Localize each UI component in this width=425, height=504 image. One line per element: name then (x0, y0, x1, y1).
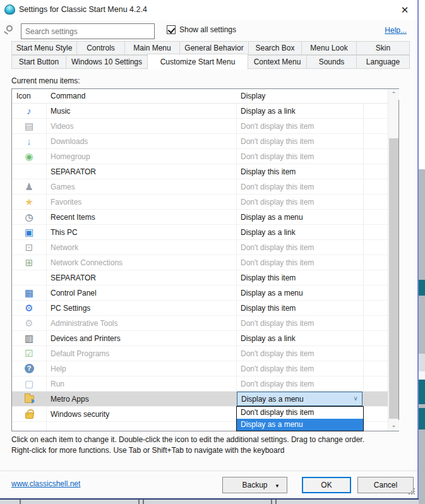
table-row-homegroup[interactable]: ◉HomegroupDon't display this item (12, 149, 388, 164)
icon-cell[interactable]: ♟ (12, 179, 46, 195)
table-row-recent-items[interactable]: ◷Recent ItemsDisplay as a menu (12, 210, 388, 225)
display-cell[interactable]: Don't display this item (236, 243, 388, 252)
tab-strip: Start Menu StyleControlsMain MenuGeneral… (11, 41, 414, 69)
icon-cell[interactable]: ▥ (12, 331, 46, 346)
icon-cell[interactable]: ▤ (12, 119, 46, 134)
display-cell[interactable]: Display as a menu (236, 213, 388, 222)
display-cell[interactable]: Display this item (236, 167, 388, 176)
icon-cell[interactable] (12, 270, 46, 285)
table-row-help[interactable]: ?HelpDon't display this item (12, 361, 388, 376)
icon-cell[interactable]: ⊡ (12, 240, 46, 255)
list-scrollbar[interactable]: ⌃ ⌄ (388, 89, 398, 431)
close-icon[interactable]: ✕ (398, 3, 412, 17)
display-cell[interactable]: Don't display this item (236, 258, 388, 267)
table-row-control-panel[interactable]: ▦Control PanelDisplay as a menu (12, 285, 388, 301)
icon-cell[interactable] (12, 407, 46, 422)
tab-menu-look[interactable]: Menu Look (301, 41, 357, 55)
chevron-down-icon[interactable]: ˅ (354, 395, 362, 402)
table-row-metro-apps[interactable]: Metro AppsDisplay as a menu˅ (12, 392, 388, 407)
display-cell[interactable]: Don't display this item (236, 364, 388, 373)
show-all-settings-label: Show all settings (179, 25, 236, 34)
display-cell[interactable]: Don't display this item (236, 198, 388, 207)
table-row-this-pc[interactable]: ▣This PCDisplay as a link (12, 225, 388, 240)
command-cell: Favorites (46, 198, 236, 207)
icon-cell[interactable]: ★ (12, 195, 46, 210)
table-row-devices-and-printers[interactable]: ▥Devices and PrintersDisplay as a link (12, 331, 388, 346)
display-cell[interactable]: Don't display this item (236, 137, 388, 146)
tab-language[interactable]: Language (356, 55, 410, 69)
table-row-music[interactable]: ♪MusicDisplay as a link (12, 104, 388, 119)
display-cell[interactable]: Don't display this item (236, 349, 388, 358)
display-cell[interactable]: Display as a link (236, 107, 388, 116)
icon-cell[interactable]: ⊞ (12, 255, 46, 270)
tab-customize-start-menu[interactable]: Customize Start Menu (147, 54, 248, 69)
backup-dropdown-arrow-icon[interactable]: ▼ (275, 483, 280, 489)
display-cell[interactable]: Display as a menu (236, 289, 388, 297)
display-combobox[interactable]: Display as a menu˅ (237, 392, 362, 406)
tab-context-menu[interactable]: Context Menu (248, 55, 307, 69)
dropdown-option-don-t-display-this-item[interactable]: Don't display this item (237, 407, 363, 419)
icon-cell[interactable]: ⚙ (12, 301, 46, 316)
tab-windows-10-settings[interactable]: Windows 10 Settings (66, 55, 148, 69)
checkbox-checked-icon[interactable] (167, 25, 176, 34)
icon-cell[interactable]: ▣ (12, 225, 46, 240)
tab-search-box[interactable]: Search Box (248, 41, 302, 55)
ok-button[interactable]: OK (302, 477, 351, 493)
classicshell-website-link[interactable]: www.classicshell.net (11, 479, 80, 488)
help-link[interactable]: Help... (385, 26, 407, 35)
command-cell: Music (46, 107, 236, 116)
icon-cell[interactable]: ↓ (12, 134, 46, 149)
dropdown-option-display-as-a-menu[interactable]: Display as a menu (237, 419, 363, 431)
table-row-run[interactable]: ▢RunDon't display this item (12, 376, 388, 392)
tab-sounds[interactable]: Sounds (306, 55, 357, 69)
tab-general-behavior[interactable]: General Behavior (179, 41, 249, 55)
table-row-pc-settings[interactable]: ⚙PC SettingsDisplay this item (12, 301, 388, 316)
icon-cell[interactable] (12, 392, 46, 407)
icon-cell[interactable]: ▦ (12, 285, 46, 301)
table-row-games[interactable]: ♟GamesDon't display this item (12, 179, 388, 195)
display-cell[interactable]: Don't display this item (236, 380, 388, 388)
display-cell[interactable]: Don't display this item (236, 152, 388, 161)
display-cell[interactable]: Display as a link (236, 228, 388, 237)
icon-cell[interactable]: ♪ (12, 104, 46, 119)
display-cell[interactable]: Don't display this item (236, 122, 388, 131)
table-row-separator[interactable]: SEPARATORDisplay this item (12, 164, 388, 179)
display-cell[interactable]: Display as a link (236, 334, 388, 343)
icon-cell[interactable]: ☑ (12, 346, 46, 361)
scrollbar-thumb[interactable] (389, 138, 398, 419)
tab-start-button[interactable]: Start Button (11, 55, 66, 69)
command-cell: Default Programs (46, 349, 236, 358)
icon-cell[interactable]: ▢ (12, 376, 46, 392)
icon-cell[interactable]: ◉ (12, 149, 46, 164)
display-cell[interactable]: Display this item (236, 273, 388, 282)
display-cell[interactable]: Don't display this item (236, 183, 388, 191)
icon-cell[interactable]: ? (12, 361, 46, 376)
tab-controls[interactable]: Controls (76, 41, 125, 55)
cancel-button[interactable]: Cancel (357, 477, 414, 493)
table-row-downloads[interactable]: ↓DownloadsDon't display this item (12, 134, 388, 149)
display-cell[interactable]: Display this item (236, 304, 388, 313)
scroll-up-icon[interactable]: ⌃ (388, 89, 399, 100)
table-row-favorites[interactable]: ★FavoritesDon't display this item (12, 195, 388, 210)
devices-printers-icon: ▥ (25, 333, 33, 343)
search-input[interactable] (21, 23, 155, 39)
icon-cell[interactable] (12, 164, 46, 179)
show-all-settings-checkbox[interactable]: Show all settings (167, 25, 236, 34)
command-cell: Videos (46, 122, 236, 131)
table-row-videos[interactable]: ▤VideosDon't display this item (12, 119, 388, 134)
tab-skin[interactable]: Skin (356, 41, 410, 55)
icon-cell[interactable]: ◷ (12, 210, 46, 225)
table-row-network[interactable]: ⊡NetworkDon't display this item (12, 240, 388, 255)
tab-main-menu[interactable]: Main Menu (124, 41, 180, 55)
scroll-down-icon[interactable]: ⌄ (388, 420, 399, 431)
icon-cell[interactable]: ⚙ (12, 316, 46, 331)
table-row-default-programs[interactable]: ☑Default ProgramsDon't display this item (12, 346, 388, 361)
display-cell[interactable]: Don't display this item (236, 319, 388, 328)
table-row-network-connections[interactable]: ⊞Network ConnectionsDon't display this i… (12, 255, 388, 270)
table-row-administrative-tools[interactable]: ⚙Administrative ToolsDon't display this … (12, 316, 388, 331)
table-row-separator[interactable]: SEPARATORDisplay this item (12, 270, 388, 285)
tab-row-2: Start ButtonWindows 10 SettingsCustomize… (11, 55, 414, 69)
resize-grip[interactable] (408, 488, 415, 495)
tab-start-menu-style[interactable]: Start Menu Style (11, 41, 77, 55)
backup-button[interactable]: Backup ▼ (222, 477, 287, 493)
